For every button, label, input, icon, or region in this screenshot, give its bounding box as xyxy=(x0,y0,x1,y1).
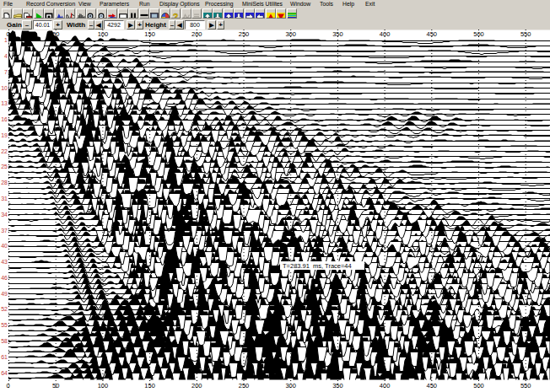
svg-text:1: 1 xyxy=(4,37,8,43)
svg-text:49: 49 xyxy=(1,291,8,297)
svg-text:19: 19 xyxy=(1,132,8,138)
svg-text:37: 37 xyxy=(1,228,8,234)
svg-text:0: 0 xyxy=(7,382,10,389)
svg-text:200: 200 xyxy=(191,382,202,389)
svg-text:250: 250 xyxy=(239,382,250,389)
svg-text:22: 22 xyxy=(1,148,8,154)
svg-text:64: 64 xyxy=(1,370,8,376)
svg-text:16: 16 xyxy=(1,116,8,122)
svg-text:13: 13 xyxy=(1,100,8,106)
svg-text:400: 400 xyxy=(380,382,391,389)
svg-text:28: 28 xyxy=(1,180,8,185)
svg-text:100: 100 xyxy=(98,382,109,389)
svg-text:34: 34 xyxy=(1,212,8,217)
svg-text:31: 31 xyxy=(1,196,8,201)
svg-text:150: 150 xyxy=(144,382,155,389)
svg-text:4: 4 xyxy=(4,53,8,59)
svg-text:50: 50 xyxy=(52,382,59,389)
svg-text:46: 46 xyxy=(1,275,8,281)
svg-text:55: 55 xyxy=(1,322,8,328)
svg-text:300: 300 xyxy=(285,382,296,389)
svg-text:450: 450 xyxy=(427,382,438,389)
svg-text:52: 52 xyxy=(1,306,8,312)
svg-text:58: 58 xyxy=(1,338,8,344)
svg-text:7: 7 xyxy=(4,69,8,75)
svg-text:350: 350 xyxy=(332,382,343,389)
svg-text:T=283.91 ms, Trace=44: T=283.91 ms, Trace=44 xyxy=(283,262,352,270)
svg-text:40: 40 xyxy=(1,243,8,249)
svg-text:43: 43 xyxy=(1,259,8,265)
svg-text:61: 61 xyxy=(1,354,8,360)
svg-text:500: 500 xyxy=(473,382,484,389)
svg-text:10: 10 xyxy=(1,85,8,91)
svg-text:25: 25 xyxy=(1,164,8,169)
svg-text:550: 550 xyxy=(520,382,531,389)
